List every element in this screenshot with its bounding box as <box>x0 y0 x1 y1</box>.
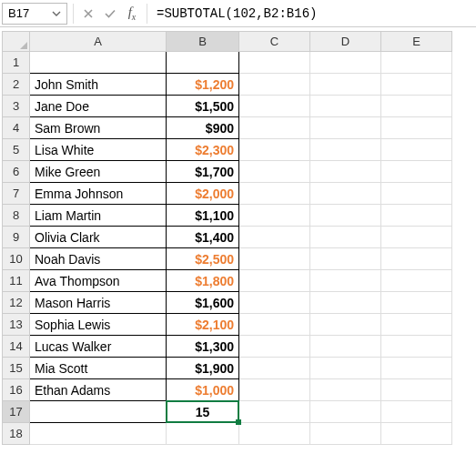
row-header[interactable]: 8 <box>3 205 30 227</box>
sales-cell[interactable]: $1,600 <box>167 292 239 314</box>
cell[interactable] <box>310 117 381 139</box>
row-header[interactable]: 3 <box>3 96 30 117</box>
sales-cell[interactable]: $2,300 <box>167 139 239 161</box>
cell[interactable] <box>310 358 381 379</box>
row-header[interactable]: 4 <box>3 117 30 139</box>
sales-cell[interactable]: $2,100 <box>167 314 239 336</box>
cell[interactable] <box>381 248 452 270</box>
cell[interactable] <box>381 292 452 314</box>
row-header[interactable]: 13 <box>3 314 30 336</box>
cell[interactable] <box>381 96 452 117</box>
row-header[interactable]: 11 <box>3 270 30 292</box>
row-header[interactable]: 7 <box>3 183 30 205</box>
col-header-E[interactable]: E <box>381 32 452 52</box>
name-cell[interactable]: Mason Harris <box>30 292 167 314</box>
row-header[interactable]: 16 <box>3 379 30 401</box>
fill-handle[interactable] <box>236 419 241 425</box>
sales-cell[interactable]: $1,500 <box>167 96 239 117</box>
cell[interactable] <box>381 74 452 96</box>
confirm-icon[interactable] <box>101 5 119 23</box>
row-header[interactable]: 15 <box>3 358 30 379</box>
cell[interactable] <box>239 52 310 74</box>
cell[interactable] <box>381 379 452 401</box>
cell[interactable] <box>310 96 381 117</box>
spreadsheet-grid[interactable]: A B C D E 1NameSales2John Smith$1,2003Ja… <box>2 31 452 445</box>
name-cell[interactable]: Noah Davis <box>30 248 167 270</box>
cell[interactable] <box>239 314 310 336</box>
sales-cell[interactable]: $1,100 <box>167 205 239 227</box>
sales-cell[interactable]: $1,700 <box>167 161 239 183</box>
cell[interactable] <box>381 270 452 292</box>
cell[interactable] <box>239 96 310 117</box>
name-cell[interactable]: Lisa White <box>30 139 167 161</box>
cell[interactable] <box>310 205 381 227</box>
cell[interactable] <box>310 379 381 401</box>
row-header[interactable]: 2 <box>3 74 30 96</box>
cell[interactable] <box>381 183 452 205</box>
cell[interactable] <box>239 139 310 161</box>
cell[interactable] <box>381 139 452 161</box>
cell[interactable] <box>381 205 452 227</box>
cell[interactable] <box>239 379 310 401</box>
header-sales[interactable]: Sales <box>167 52 239 74</box>
sales-cell[interactable]: $1,000 <box>167 379 239 401</box>
row-header[interactable]: 5 <box>3 139 30 161</box>
col-header-D[interactable]: D <box>310 32 381 52</box>
cell[interactable] <box>381 401 452 423</box>
sales-cell[interactable]: $2,500 <box>167 248 239 270</box>
name-cell[interactable]: Ethan Adams <box>30 379 167 401</box>
col-header-A[interactable]: A <box>30 32 167 52</box>
row-header[interactable]: 9 <box>3 227 30 248</box>
cell[interactable] <box>381 314 452 336</box>
sales-cell[interactable]: $1,200 <box>167 74 239 96</box>
cell[interactable] <box>310 52 381 74</box>
name-cell[interactable]: Ava Thompson <box>30 270 167 292</box>
sales-cell[interactable]: $1,800 <box>167 270 239 292</box>
cell[interactable] <box>30 401 167 423</box>
row-header[interactable]: 10 <box>3 248 30 270</box>
cell[interactable] <box>239 183 310 205</box>
name-cell[interactable]: Mike Green <box>30 161 167 183</box>
cell[interactable] <box>239 227 310 248</box>
name-cell[interactable]: Liam Martin <box>30 205 167 227</box>
cell[interactable] <box>239 270 310 292</box>
cell[interactable] <box>239 336 310 358</box>
name-cell[interactable]: Olivia Clark <box>30 227 167 248</box>
cancel-icon[interactable] <box>79 5 97 23</box>
cell[interactable] <box>239 205 310 227</box>
fx-icon[interactable]: fx <box>123 5 141 23</box>
cell[interactable] <box>239 74 310 96</box>
name-box[interactable]: B17 <box>2 3 67 25</box>
cell[interactable] <box>310 227 381 248</box>
cell[interactable] <box>239 161 310 183</box>
cell[interactable] <box>310 292 381 314</box>
cell[interactable] <box>310 314 381 336</box>
cell[interactable] <box>310 270 381 292</box>
select-all-corner[interactable] <box>3 32 30 52</box>
name-cell[interactable]: Sam Brown <box>30 117 167 139</box>
sales-cell[interactable]: $1,300 <box>167 336 239 358</box>
cell[interactable] <box>381 423 452 445</box>
name-cell[interactable]: Sophia Lewis <box>30 314 167 336</box>
cell[interactable] <box>381 227 452 248</box>
cell[interactable] <box>310 423 381 445</box>
cell[interactable] <box>239 423 310 445</box>
cell[interactable] <box>239 117 310 139</box>
row-header[interactable]: 1 <box>3 52 30 74</box>
cell[interactable] <box>310 161 381 183</box>
cell[interactable] <box>310 74 381 96</box>
cell[interactable] <box>310 248 381 270</box>
formula-input[interactable]: =SUBTOTAL(102,B2:B16) <box>153 3 472 25</box>
row-header[interactable]: 17 <box>3 401 30 423</box>
name-cell[interactable]: Emma Johnson <box>30 183 167 205</box>
cell[interactable] <box>381 117 452 139</box>
cell[interactable] <box>30 423 167 445</box>
cell[interactable] <box>239 292 310 314</box>
cell[interactable] <box>239 358 310 379</box>
cell[interactable] <box>310 183 381 205</box>
cell[interactable] <box>381 52 452 74</box>
sales-cell[interactable]: $1,900 <box>167 358 239 379</box>
cell[interactable] <box>310 336 381 358</box>
col-header-C[interactable]: C <box>239 32 310 52</box>
cell[interactable] <box>310 401 381 423</box>
